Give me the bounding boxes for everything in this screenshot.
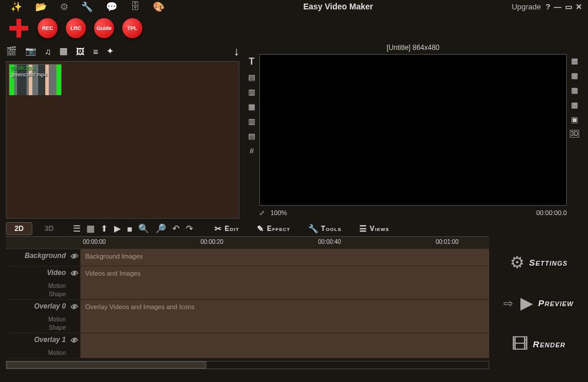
hash-icon[interactable]: # [249, 146, 253, 155]
grid-icon[interactable]: ▦ [248, 102, 255, 111]
rtool-3d-icon[interactable]: 3D [570, 130, 580, 138]
up-icon[interactable]: ⬆ [101, 223, 108, 234]
wand-icon[interactable]: ✨ [11, 1, 22, 12]
download-icon[interactable]: ↓ [233, 45, 239, 58]
play-icon: ▶ [520, 293, 533, 313]
rtool-5-icon[interactable]: ▣ [571, 115, 578, 124]
frame-tab-icon[interactable]: ▦ [59, 46, 68, 56]
maximize-icon[interactable]: ▭ [565, 2, 572, 11]
gears-icon: ⚙ [510, 253, 524, 272]
eye-icon[interactable]: 👁 [70, 269, 78, 278]
tab-2d[interactable]: 2D [6, 222, 32, 235]
track-video[interactable]: Video👁 Motion Shape Videos and Images [6, 266, 489, 300]
redo-icon[interactable]: ↷ [186, 223, 193, 234]
main-toolbar: REC LRC Guide TPL [0, 13, 588, 43]
guide-button[interactable]: Guide [94, 18, 114, 38]
undo-icon[interactable]: ↶ [172, 223, 180, 234]
preview-screen[interactable] [259, 54, 567, 206]
arrow-right-icon: ⇨ [503, 296, 513, 310]
bars-icon[interactable]: ▥ [248, 117, 255, 126]
track-overlay-1[interactable]: Overlay 1👁 Motion [6, 333, 489, 358]
disk-icon[interactable]: 🗄 [131, 1, 140, 12]
lrc-button[interactable]: LRC [66, 18, 86, 38]
upgrade-link[interactable]: Upgrade [512, 2, 541, 11]
reel-icon: 🎞 [512, 334, 528, 354]
zoom-out-icon[interactable]: 🔍 [138, 223, 149, 234]
add-button[interactable] [8, 18, 29, 39]
preview-time: 00:00:00.0 [536, 209, 567, 216]
timeline-ruler[interactable]: 00:00:00 00:00:20 00:00:40 00:01:00 [6, 236, 489, 249]
timeline: 00:00:00 00:00:20 00:00:40 00:01:00 Back… [0, 236, 489, 370]
help-icon[interactable]: ? [546, 2, 550, 11]
zoom-level: 100% [270, 209, 287, 216]
play-icon[interactable]: ▶ [114, 223, 121, 234]
app-title: Easy Video Maker [165, 2, 512, 11]
menu-effect[interactable]: ✎Effect [257, 224, 290, 233]
preview-button[interactable]: ⇨ ▶ Preview [503, 293, 573, 313]
zoom-in-icon[interactable]: 🔎 [155, 223, 166, 234]
close-icon[interactable]: ✕ [576, 2, 582, 11]
wrench-icon[interactable]: 🔧 [81, 1, 93, 12]
color-icon[interactable]: 🎨 [153, 1, 165, 12]
tab-3d[interactable]: 3D [36, 222, 62, 235]
folder-icon[interactable]: 📂 [35, 1, 47, 12]
rtool-1-icon[interactable]: ▦ [571, 56, 578, 65]
track-overlay-0[interactable]: Overlay 0👁 Motion Shape Overlay Videos a… [6, 300, 489, 333]
eye-icon[interactable]: 👁 [70, 336, 78, 345]
menu-tools[interactable]: 🔧Tools [308, 224, 342, 233]
clip-duration: 00:00:20.1 [11, 65, 36, 71]
settings-button[interactable]: ⚙ Settings [510, 253, 568, 272]
eye-icon[interactable]: 👁 [70, 252, 78, 261]
menu-icon[interactable]: ☰ [73, 223, 81, 234]
mid-toolbar: 2D 3D ☰ ▦ ⬆ ▶ ■ 🔍 🔎 ↶ ↷ ✂Edit ✎Effect 🔧T… [0, 221, 588, 236]
preview-title: [Untitle] 864x480 [244, 43, 582, 54]
camera-tab-icon[interactable]: 📷 [25, 46, 36, 56]
minimize-icon[interactable]: — [554, 2, 562, 11]
menu-edit[interactable]: ✂Edit [215, 224, 239, 233]
music-tab-icon[interactable]: ♫ [45, 46, 51, 56]
media-bin[interactable]: 00:00:20.1 greencolor.mp4 [6, 61, 239, 219]
preview-area: [Untitle] 864x480 T ▤ ▥ ▦ ▥ ▤ # ▦ ▦ ▦ ▦ … [244, 43, 588, 219]
rtool-3-icon[interactable]: ▦ [571, 86, 578, 95]
align-left-icon[interactable]: ▤ [248, 73, 255, 82]
rtool-2-icon[interactable]: ▦ [571, 71, 578, 80]
scissors-icon: ✂ [215, 224, 222, 233]
clip-filename: greencolor.mp4 [11, 72, 47, 78]
rec-button[interactable]: REC [38, 18, 58, 38]
gear-icon[interactable]: ⚙ [60, 1, 68, 12]
text-tool-icon[interactable]: T [249, 56, 255, 67]
align-right-icon[interactable]: ▥ [248, 88, 255, 96]
titlebar: ✨ 📂 ⚙ 🔧 💬 🗄 🎨 Easy Video Maker Upgrade ?… [0, 0, 588, 13]
fullscreen-icon[interactable]: ⤢ [259, 209, 265, 217]
side-actions: ⚙ Settings ⇨ ▶ Preview 🎞 Render [489, 236, 588, 370]
image-tab-icon[interactable]: 🖼 [76, 46, 85, 56]
track-background[interactable]: Background👁 Background Images [6, 249, 489, 266]
tpl-button[interactable]: TPL [122, 18, 142, 38]
media-clip[interactable]: 00:00:20.1 greencolor.mp4 [9, 64, 62, 95]
timeline-scrollbar[interactable] [6, 361, 489, 369]
rtool-4-icon[interactable]: ▦ [571, 100, 578, 109]
pen-icon: ✎ [257, 224, 265, 233]
eye-icon[interactable]: 👁 [70, 303, 78, 311]
list-icon: ☰ [359, 224, 368, 233]
chat-icon[interactable]: 💬 [106, 1, 118, 12]
wrench-icon: 🔧 [308, 224, 319, 233]
list-tab-icon[interactable]: ≡ [93, 46, 98, 56]
menu-views[interactable]: ☰Views [359, 224, 389, 233]
render-button[interactable]: 🎞 Render [512, 334, 565, 354]
media-panel: 🎬 📷 ♫ ▦ 🖼 ≡ ✦ ↓ 00:00:20.1 greencolor.mp… [0, 43, 244, 219]
video-tab-icon[interactable]: 🎬 [6, 46, 17, 56]
columns-icon[interactable]: ▤ [248, 132, 255, 140]
plugin-tab-icon[interactable]: ✦ [106, 46, 114, 56]
stop-icon[interactable]: ■ [127, 224, 132, 234]
grid-view-icon[interactable]: ▦ [86, 223, 95, 234]
